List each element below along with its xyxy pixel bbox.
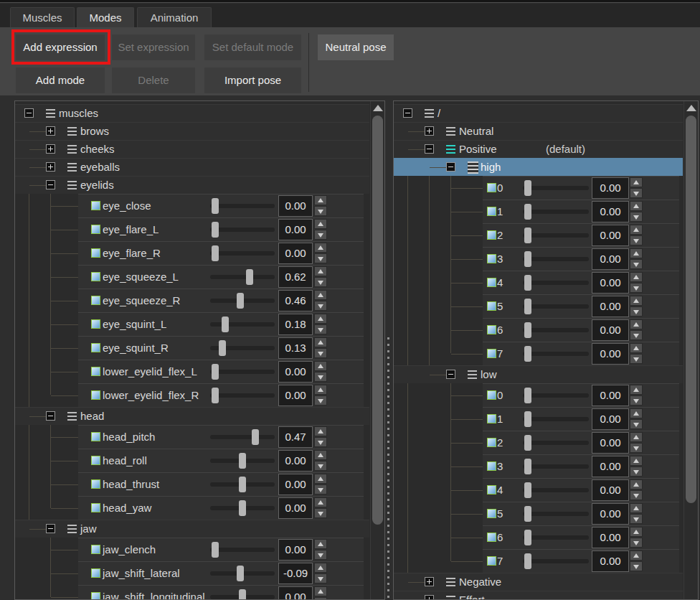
muscle-enabled-checkbox[interactable]: [487, 301, 496, 311]
muscle-enabled-checkbox[interactable]: [487, 183, 496, 192]
muscle-value-slider[interactable]: [523, 318, 589, 342]
muscle-value-input[interactable]: 0.00: [592, 272, 629, 294]
slider-handle[interactable]: [246, 269, 253, 285]
muscle-value-input[interactable]: 0.00: [278, 539, 313, 561]
spin-down-button[interactable]: [630, 330, 643, 340]
muscle-enabled-checkbox[interactable]: [91, 545, 100, 554]
muscle-enabled-checkbox[interactable]: [487, 438, 496, 447]
slider-handle[interactable]: [524, 275, 531, 291]
muscle-enabled-checkbox[interactable]: [91, 272, 100, 281]
muscle-value-slider[interactable]: [523, 454, 589, 478]
tree-item-row[interactable]: 20.00: [394, 223, 683, 247]
spin-down-button[interactable]: [630, 419, 643, 429]
tree-item-row[interactable]: 30.00: [394, 247, 683, 271]
muscle-value-input[interactable]: 0.00: [278, 497, 313, 519]
import-pose-button[interactable]: Import pose: [204, 67, 301, 93]
spin-up-button[interactable]: [314, 563, 327, 573]
muscle-value-slider[interactable]: [523, 407, 589, 431]
tree-group-row[interactable]: /: [394, 104, 683, 122]
muscle-enabled-checkbox[interactable]: [91, 456, 100, 465]
muscle-value-slider[interactable]: [210, 449, 275, 472]
collapse-minus-toggle[interactable]: [446, 370, 455, 379]
spin-down-button[interactable]: [630, 443, 643, 453]
slider-handle[interactable]: [524, 180, 531, 196]
muscle-value-slider[interactable]: [523, 549, 589, 573]
muscle-value-slider[interactable]: [523, 271, 589, 294]
spin-down-button[interactable]: [630, 259, 643, 269]
expand-plus-toggle[interactable]: [425, 577, 434, 586]
muscle-value-slider[interactable]: [523, 176, 589, 200]
spin-down-button[interactable]: [314, 484, 327, 494]
muscle-value-slider[interactable]: [210, 336, 275, 360]
muscle-enabled-checkbox[interactable]: [91, 296, 100, 305]
muscle-value-input[interactable]: 0.00: [592, 503, 629, 525]
tree-group-row[interactable]: Neutral: [394, 122, 683, 140]
spin-up-button[interactable]: [314, 219, 327, 229]
tree-group-row[interactable]: Negative: [394, 573, 683, 591]
muscle-value-slider[interactable]: [210, 585, 275, 599]
muscle-value-slider[interactable]: [523, 478, 589, 502]
muscle-value-input[interactable]: 0.00: [278, 361, 313, 383]
spin-down-button[interactable]: [630, 235, 643, 245]
collapse-minus-toggle[interactable]: [46, 524, 55, 533]
muscle-value-slider[interactable]: [523, 342, 589, 365]
neutral-pose-button[interactable]: Neutral pose: [318, 34, 394, 60]
muscle-enabled-checkbox[interactable]: [487, 254, 496, 263]
spin-up-button[interactable]: [630, 385, 643, 395]
spin-down-button[interactable]: [314, 437, 327, 447]
delete-button[interactable]: Delete: [112, 67, 195, 93]
muscle-value-slider[interactable]: [210, 217, 275, 241]
tree-item-row[interactable]: 60.00: [394, 318, 683, 342]
spin-down-button[interactable]: [630, 283, 643, 293]
spin-up-button[interactable]: [630, 527, 643, 537]
spin-up-button[interactable]: [630, 201, 643, 211]
tree-item-row[interactable]: 30.00: [394, 454, 683, 478]
muscle-value-input[interactable]: 0.00: [278, 385, 313, 406]
slider-handle[interactable]: [524, 346, 531, 362]
muscle-enabled-checkbox[interactable]: [487, 278, 496, 287]
spin-down-button[interactable]: [630, 538, 643, 548]
slider-handle[interactable]: [524, 459, 531, 474]
spin-up-button[interactable]: [314, 474, 327, 484]
muscle-value-input[interactable]: 0.00: [278, 195, 313, 217]
muscle-value-slider[interactable]: [523, 223, 589, 247]
expand-plus-toggle[interactable]: [46, 162, 55, 172]
tree-item-row[interactable]: eye_squeeze_L0.62: [15, 265, 369, 289]
muscle-enabled-checkbox[interactable]: [487, 556, 496, 566]
slider-handle[interactable]: [222, 317, 229, 332]
tree-item-row[interactable]: 50.00: [394, 502, 683, 525]
slider-handle[interactable]: [239, 589, 246, 600]
spin-up-button[interactable]: [314, 450, 327, 460]
spin-up-button[interactable]: [314, 497, 327, 507]
spin-up-button[interactable]: [630, 248, 643, 258]
muscle-value-input[interactable]: 0.00: [592, 432, 629, 454]
tree-group-row[interactable]: muscles: [15, 104, 369, 122]
slider-handle[interactable]: [524, 299, 531, 314]
spin-down-button[interactable]: [314, 277, 327, 287]
tree-item-row[interactable]: eye_flare_L0.00: [15, 217, 369, 241]
set-expression-button[interactable]: Set expression: [112, 34, 195, 60]
muscle-value-input[interactable]: 0.00: [592, 177, 629, 199]
muscle-value-slider[interactable]: [210, 383, 275, 407]
collapse-minus-toggle[interactable]: [425, 144, 434, 154]
muscle-value-input[interactable]: 0.00: [278, 586, 313, 600]
slider-handle[interactable]: [212, 542, 219, 558]
vertical-scrollbar[interactable]: [684, 101, 698, 599]
muscle-enabled-checkbox[interactable]: [91, 479, 100, 489]
spin-up-button[interactable]: [314, 426, 327, 436]
muscle-value-slider[interactable]: [523, 431, 589, 454]
muscle-value-input[interactable]: 0.46: [278, 290, 313, 311]
collapse-minus-toggle[interactable]: [46, 411, 55, 421]
muscle-value-slider[interactable]: [210, 561, 275, 585]
collapse-minus-toggle[interactable]: [403, 108, 412, 118]
tree-group-row[interactable]: cheeks: [15, 140, 369, 158]
tree-group-row[interactable]: high: [394, 158, 683, 176]
spin-up-button[interactable]: [314, 290, 327, 300]
tree-item-row[interactable]: 70.00: [394, 549, 683, 573]
slider-handle[interactable]: [524, 204, 531, 220]
spin-down-button[interactable]: [314, 206, 327, 216]
tree-item-row[interactable]: head_roll0.00: [15, 449, 369, 472]
spin-down-button[interactable]: [630, 354, 643, 364]
slider-handle[interactable]: [524, 322, 531, 338]
muscle-enabled-checkbox[interactable]: [487, 414, 496, 423]
